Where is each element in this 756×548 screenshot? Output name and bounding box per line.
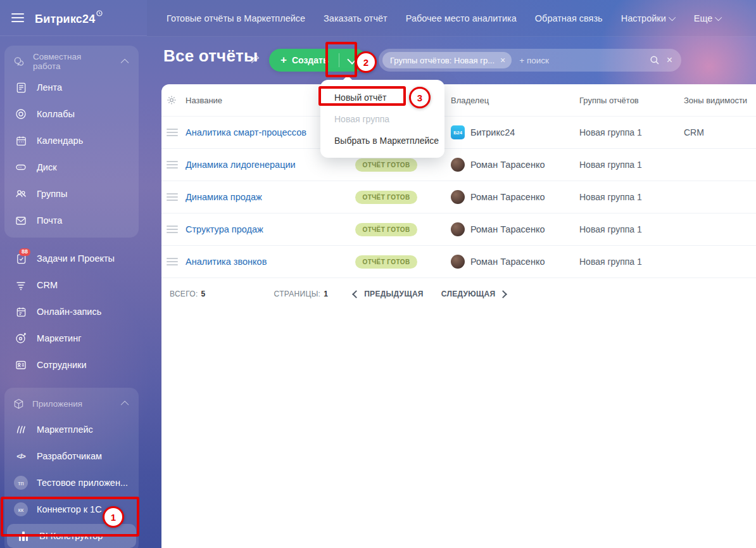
drag-handle-icon[interactable] bbox=[167, 196, 178, 198]
sidebar-item-marketing[interactable]: Маркетинг bbox=[4, 325, 139, 352]
sidebar-item-label: Разработчикам bbox=[37, 451, 102, 461]
chevron-up-icon[interactable] bbox=[121, 400, 129, 409]
sidebar-item-label: Группы bbox=[37, 189, 67, 199]
sidebar-item-booking[interactable]: Онлайн-запись bbox=[4, 298, 139, 325]
chevron-down-icon bbox=[669, 13, 676, 20]
sidebar-item-label: BI Конструктор bbox=[39, 531, 103, 541]
sidebar-item-label: Лента bbox=[37, 82, 62, 92]
annotation-step-1: 1 bbox=[103, 506, 124, 528]
logo-row: Битрикс24 bbox=[0, 0, 147, 36]
sidebar-item-label: Задачи и Проекты bbox=[37, 253, 115, 264]
report-link[interactable]: Динамика лидогенерации bbox=[186, 160, 336, 170]
app-logo-text: Битрикс24 bbox=[35, 13, 95, 25]
sidebar-item-staff[interactable]: Сотрудники bbox=[4, 352, 139, 378]
report-groups: Новая группа 1 bbox=[573, 192, 677, 202]
table-row[interactable]: Аналитика смарт-процессов Б24Битрикс24 Н… bbox=[161, 117, 756, 149]
sidebar-item-label: Тестовое приложен... bbox=[37, 478, 128, 488]
sidebar-item-drive[interactable]: Диск bbox=[4, 154, 139, 181]
sidebar-item-marketplace[interactable]: Маркетплейс bbox=[4, 416, 139, 443]
sidebar-item-groups[interactable]: Группы bbox=[4, 181, 139, 207]
sidebar-item-calendar[interactable]: Календарь bbox=[4, 127, 139, 154]
groups-icon bbox=[13, 188, 29, 200]
prev-page-button[interactable]: ПРЕДЫДУЩАЯ bbox=[353, 290, 424, 298]
report-link[interactable]: Аналитика звонков bbox=[186, 257, 336, 267]
status-badge: ОТЧЁТ ГОТОВ bbox=[355, 158, 417, 172]
sidebar-section-apps[interactable]: Приложения bbox=[4, 391, 139, 416]
sidebar-item-tasks[interactable]: 88 Задачи и Проекты bbox=[4, 245, 139, 272]
drag-handle-icon[interactable] bbox=[167, 261, 178, 262]
next-label: СЛЕДУЮЩАЯ bbox=[441, 290, 496, 298]
sidebar-section-label: Совместная работа bbox=[33, 52, 108, 71]
report-groups: Новая группа 1 bbox=[573, 224, 677, 234]
package-icon bbox=[13, 398, 25, 410]
menu-more[interactable]: Еще bbox=[694, 13, 722, 23]
chevron-down-icon bbox=[715, 13, 722, 20]
create-button-main[interactable]: + Создать bbox=[269, 49, 339, 72]
report-groups: Новая группа 1 bbox=[573, 127, 677, 137]
table-row[interactable]: Динамика лидогенерации ОТЧЁТ ГОТОВ Роман… bbox=[161, 149, 756, 181]
report-groups: Новая группа 1 bbox=[573, 257, 677, 267]
reports-grid-panel: Название Владелец Группы отчётов Зоны ви… bbox=[161, 84, 756, 548]
sidebar: Битрикс24 Совместная работа Лента Коллаб… bbox=[0, 0, 147, 548]
sidebar-item-label: Коллабы bbox=[37, 109, 75, 119]
menu-item-new-group[interactable]: Новая группа bbox=[320, 108, 444, 130]
sidebar-item-bi-constructor[interactable]: BI Конструктор bbox=[7, 524, 136, 548]
table-row[interactable]: Динамика продаж ОТЧЁТ ГОТОВ Роман Тарасе… bbox=[161, 181, 756, 213]
sidebar-item-mail[interactable]: Почта bbox=[4, 207, 139, 234]
drag-handle-icon[interactable] bbox=[167, 164, 178, 165]
report-link[interactable]: Структура продаж bbox=[186, 224, 336, 234]
owner-name[interactable]: Роман Тарасенко bbox=[470, 257, 545, 267]
total-label: ВСЕГО: bbox=[170, 290, 198, 298]
code-icon: </> bbox=[13, 452, 29, 460]
collabs-icon bbox=[13, 108, 29, 120]
search-clear-icon[interactable]: × bbox=[667, 55, 672, 65]
search-icon[interactable] bbox=[650, 55, 660, 65]
column-header-zones[interactable]: Зоны видимости bbox=[677, 96, 756, 105]
owner-name[interactable]: Роман Тарасенко bbox=[470, 160, 545, 170]
report-link[interactable]: Аналитика смарт-процессов bbox=[186, 127, 336, 137]
app-logo[interactable]: Битрикс24 bbox=[35, 10, 103, 26]
drag-handle-icon[interactable] bbox=[167, 132, 178, 133]
chip-close-icon[interactable]: × bbox=[500, 55, 505, 65]
menu-settings[interactable]: Настройки bbox=[621, 13, 676, 23]
report-link[interactable]: Динамика продаж bbox=[186, 192, 336, 202]
filter-chip[interactable]: Группы отчётов: Новая гр... × bbox=[382, 52, 512, 68]
clock-icon bbox=[96, 10, 103, 16]
column-header-groups[interactable]: Группы отчётов bbox=[573, 96, 677, 105]
sidebar-item-collabs[interactable]: Коллабы bbox=[4, 101, 139, 127]
menu-analyst-workspace[interactable]: Рабочее место аналитика bbox=[406, 13, 517, 23]
owner-name[interactable]: Роман Тарасенко bbox=[470, 224, 545, 234]
create-button[interactable]: + Создать bbox=[269, 49, 367, 72]
grid-header-row: Название Владелец Группы отчётов Зоны ви… bbox=[161, 84, 756, 117]
sidebar-section-collaboration[interactable]: Совместная работа bbox=[4, 49, 139, 74]
owner-name[interactable]: Битрикс24 bbox=[470, 127, 515, 137]
owner-name[interactable]: Роман Тарасенко bbox=[470, 192, 545, 202]
hamburger-menu-icon[interactable] bbox=[11, 17, 24, 18]
sidebar-item-feed[interactable]: Лента bbox=[4, 74, 139, 101]
next-page-button[interactable]: СЛЕДУЮЩАЯ bbox=[441, 290, 507, 298]
marketplace-icon bbox=[13, 423, 29, 436]
sidebar-item-test-app[interactable]: тп Тестовое приложен... bbox=[4, 469, 139, 496]
table-row[interactable]: Структура продаж ОТЧЁТ ГОТОВ Роман Тарас… bbox=[161, 213, 756, 246]
online-booking-icon bbox=[13, 306, 29, 318]
menu-item-choose-marketplace[interactable]: Выбрать в Маркетплейсе bbox=[320, 130, 444, 151]
menu-order-report[interactable]: Заказать отчёт bbox=[324, 13, 387, 23]
chevron-up-icon[interactable] bbox=[121, 58, 129, 66]
sidebar-section-label: Приложения bbox=[32, 399, 82, 409]
menu-ready-reports[interactable]: Готовые отчёты в Маркетплейсе bbox=[167, 13, 305, 23]
column-header-name[interactable]: Название bbox=[186, 96, 336, 105]
menu-feedback[interactable]: Обратная связь bbox=[535, 13, 603, 23]
avatar bbox=[451, 255, 465, 269]
table-row[interactable]: Аналитика звонков ОТЧЁТ ГОТОВ Роман Тара… bbox=[161, 246, 756, 278]
top-menu-bar: Готовые отчёты в Маркетплейсе Заказать о… bbox=[147, 0, 756, 37]
search-bar[interactable]: Группы отчётов: Новая гр... × + поиск × bbox=[379, 49, 681, 72]
sidebar-item-developers[interactable]: </> Разработчикам bbox=[4, 443, 139, 469]
drag-handle-icon[interactable] bbox=[167, 229, 178, 230]
report-groups: Новая группа 1 bbox=[573, 160, 677, 170]
search-placeholder[interactable]: + поиск bbox=[519, 56, 649, 65]
pin-icon[interactable] bbox=[249, 54, 260, 65]
column-header-owner[interactable]: Владелец bbox=[437, 96, 573, 105]
sidebar-item-crm[interactable]: CRM bbox=[4, 272, 139, 298]
pages-counter: СТРАНИЦЫ:1 bbox=[274, 290, 329, 298]
grid-settings-gear-icon[interactable] bbox=[161, 95, 186, 105]
